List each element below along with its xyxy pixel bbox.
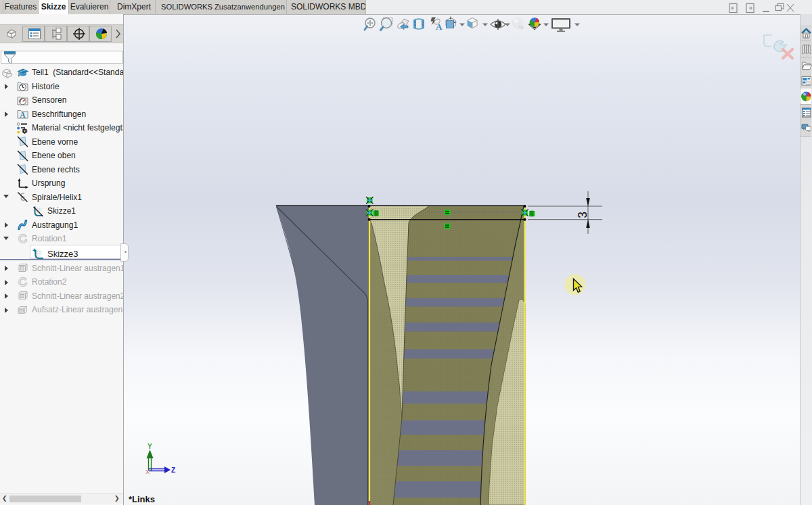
svg-text:*Links: *Links (129, 494, 155, 504)
svg-text:3: 3 (576, 212, 589, 218)
svg-text:A: A (436, 22, 443, 32)
svg-text:X: X (145, 468, 150, 475)
svg-text:Y: Y (148, 443, 152, 450)
svg-text:Z: Z (171, 466, 175, 474)
